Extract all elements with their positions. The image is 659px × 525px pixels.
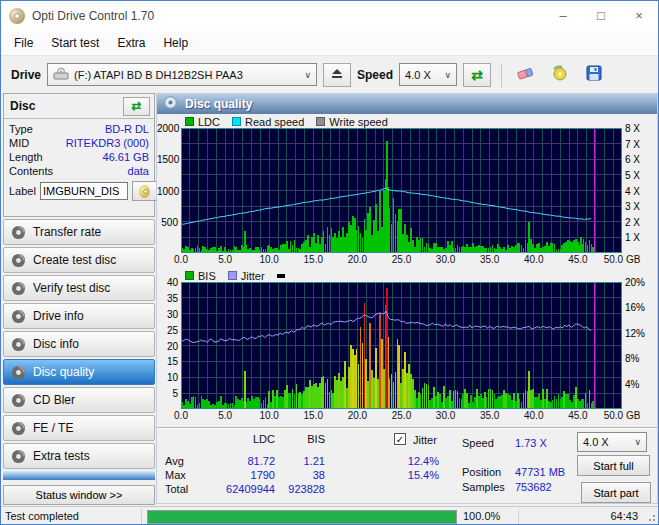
speed-select[interactable]: 4.0 X ∨	[399, 63, 457, 86]
samples-value: 753682	[515, 481, 552, 493]
y-axis-tick: 500	[157, 217, 178, 228]
field-label: Contents	[9, 165, 53, 177]
field-label: MID	[9, 137, 29, 149]
sidebar-item-extra-tests[interactable]: Extra tests	[3, 443, 155, 469]
x-axis-tick: 45.0	[568, 254, 587, 265]
disc-icon	[11, 449, 26, 464]
samples-label: Samples	[462, 481, 505, 493]
sidebar-accent-strip	[3, 471, 155, 480]
sidebar: Disc ⇄ TypeBD-R DLMIDRITEKDR3 (000)Lengt…	[3, 93, 155, 480]
y-axis-tick: 5 X	[625, 170, 640, 181]
sidebar-item-create-test-disc[interactable]: Create test disc	[3, 247, 155, 273]
x-axis-tick: 35.0	[480, 410, 499, 421]
sidebar-item-label: Disc info	[33, 337, 79, 351]
sidebar-item-disc-quality[interactable]: Disc quality	[3, 359, 155, 385]
sidebar-item-disc-info[interactable]: Disc info	[3, 331, 155, 357]
app-icon	[9, 8, 25, 24]
refresh-button[interactable]: ⇄	[463, 63, 491, 87]
erase-disc-button[interactable]	[512, 63, 540, 87]
bis-jitter-chart: BISJitter 40353025201510520%16%12%8%4% 0…	[157, 269, 657, 422]
toolbar: Drive (F:) ATAPI BD B DH12B2SH PAA3 ∨ Sp…	[1, 55, 658, 93]
sidebar-item-label: FE / TE	[33, 421, 73, 435]
legend-label: Jitter	[241, 270, 265, 282]
minimize-button[interactable]: –	[544, 1, 582, 31]
legend-label: Read speed	[245, 116, 304, 128]
legend-item-bis: BIS	[185, 270, 216, 282]
menu-help[interactable]: Help	[154, 36, 197, 50]
test-speed-select[interactable]: 4.0 X ∨	[577, 432, 647, 452]
x-axis-tick: 45.0	[568, 410, 587, 421]
test-speed-value: 4.0 X	[583, 436, 609, 448]
sidebar-item-transfer-rate[interactable]: Transfer rate	[3, 219, 155, 245]
sidebar-item-drive-info[interactable]: Drive info	[3, 303, 155, 329]
y-axis-tick: 5	[157, 388, 178, 399]
status-window-button[interactable]: Status window >>	[3, 485, 155, 505]
eraser-icon	[516, 65, 536, 84]
x-axis-tick: 25.0	[392, 410, 411, 421]
sidebar-item-label: Verify test disc	[33, 281, 110, 295]
legend-item-write-speed: Write speed	[316, 116, 388, 128]
disc-refresh-button[interactable]: ⇄	[123, 97, 150, 116]
sidebar-item-cd-bler[interactable]: CD Bler	[3, 387, 155, 413]
bis-chart-x-axis: 0.05.010.015.020.025.030.035.040.045.050…	[157, 409, 657, 422]
sidebar-item-fe-te[interactable]: FE / TE	[3, 415, 155, 441]
disc-icon	[11, 253, 26, 268]
x-axis-tick: 5.0	[218, 410, 232, 421]
disc-label-input[interactable]	[40, 182, 128, 200]
y-axis-tick: 8%	[625, 353, 639, 364]
column-header-jitter: Jitter	[413, 434, 437, 446]
close-button[interactable]: ×	[620, 1, 658, 31]
burn-disc-button[interactable]	[546, 63, 574, 87]
eject-button[interactable]	[323, 63, 351, 87]
start-part-button[interactable]: Start part	[581, 482, 651, 503]
x-axis-tick: 40.0	[524, 410, 543, 421]
speed-stat-value: 1.73 X	[515, 437, 547, 449]
disc-icon	[11, 337, 26, 352]
row-label-max: Max	[165, 469, 186, 481]
menu-extra[interactable]: Extra	[108, 36, 154, 50]
disc-icon	[11, 225, 26, 240]
y-axis-tick: 12%	[625, 328, 645, 339]
resize-grip[interactable]	[647, 515, 655, 523]
legend-item-jitter: Jitter	[228, 270, 265, 282]
chart-canvas	[181, 128, 622, 253]
refresh-icon: ⇄	[471, 68, 483, 82]
menu-file[interactable]: File	[5, 36, 42, 50]
y-axis-tick: 15	[157, 356, 178, 367]
y-axis-tick: 2000	[157, 123, 178, 134]
bis-chart-plot: 40353025201510520%16%12%8%4%	[157, 282, 657, 409]
ldc-chart-legend: LDCRead speedWrite speed	[185, 115, 657, 128]
maximize-button[interactable]: □	[582, 1, 620, 31]
app-window: Opti Drive Control 1.70 – □ × FileStart …	[0, 0, 659, 525]
max-ldc: 1790	[217, 469, 275, 481]
drive-icon	[53, 67, 69, 82]
position-label: Position	[462, 466, 501, 478]
results-panel: LDC BIS ✓ Jitter Avg 81.72 1.21 12.4% Ma…	[157, 428, 657, 506]
y-axis-tick: 25	[157, 325, 178, 336]
y-axis-tick: 10	[157, 372, 178, 383]
y-axis-tick: 6 X	[625, 154, 640, 165]
ldc-chart: LDCRead speedWrite speed 200015001000500…	[157, 115, 657, 266]
y-axis-tick: 30	[157, 309, 178, 320]
jitter-checkbox[interactable]: ✓	[394, 433, 406, 445]
eject-icon	[330, 67, 344, 82]
y-axis-tick: 8 X	[625, 123, 640, 134]
menu-start-test[interactable]: Start test	[42, 36, 108, 50]
x-axis-tick: 20.0	[348, 410, 367, 421]
sidebar-item-verify-test-disc[interactable]: Verify test disc	[3, 275, 155, 301]
elapsed-time: 64:43	[610, 510, 638, 522]
legend-item-ldc: LDC	[185, 116, 220, 128]
statusbar-separator	[518, 509, 519, 524]
drive-select[interactable]: (F:) ATAPI BD B DH12B2SH PAA3 ∨	[47, 63, 317, 86]
disc-field-length: Length46.61 GB	[4, 150, 154, 164]
legend-swatch	[185, 271, 194, 280]
ldc-chart-plot: 2000150010005008 X7 X6 X5 X4 X3 X2 X1 X	[157, 128, 657, 253]
disc-icon	[11, 281, 26, 296]
chevron-down-icon: ∨	[444, 70, 451, 80]
window-controls: – □ ×	[544, 1, 658, 31]
field-value: BD-R DL	[105, 123, 149, 135]
start-full-button[interactable]: Start full	[577, 455, 650, 476]
chevron-down-icon: ∨	[634, 437, 641, 447]
disc-label-button[interactable]	[132, 181, 157, 201]
save-button[interactable]	[580, 63, 608, 87]
